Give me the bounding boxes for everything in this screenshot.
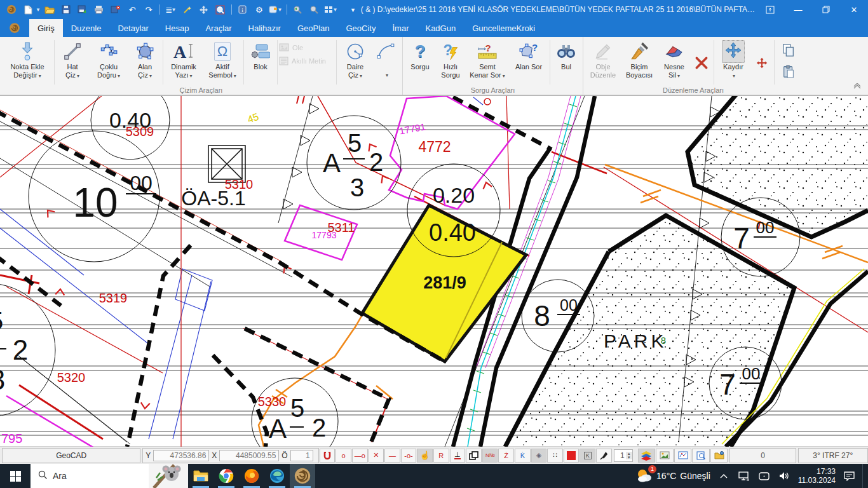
tab-duzenle[interactable]: Duzenle [63,19,110,37]
kaydir-button[interactable]: Kaydır [715,38,751,85]
tab-geocity[interactable]: GeoCity [338,19,384,37]
points-display-toggle[interactable]: ∷ [547,449,563,463]
layers-overlap-toggle[interactable] [466,449,482,463]
color-swatch[interactable] [564,449,580,463]
tab-giris[interactable]: Giriş [29,19,63,37]
pen-style-button[interactable] [596,449,612,463]
save-button[interactable] [58,2,74,17]
tab-araclar[interactable]: Araçlar [197,19,240,37]
start-button[interactable] [0,464,31,488]
save-close-button[interactable] [108,2,123,17]
point-number-display-toggle[interactable]: N№ [482,449,498,463]
wand-button[interactable] [180,2,195,17]
rotate-toggle[interactable]: R [433,449,449,463]
layer-manager-button[interactable] [638,449,656,463]
taskbar-chrome[interactable] [214,464,239,488]
view-grid-button[interactable]: ▼ [323,2,339,17]
map-canvas[interactable]: 0.40 5309 10 00 ÖA-5.1 5310 A 5 2 3 1779… [0,96,868,447]
nesne-sil-button[interactable]: Nesne Sil [658,38,691,85]
open-project-button[interactable] [710,449,728,463]
hand-select-toggle[interactable]: ☝ [417,449,433,463]
arc-draw-button[interactable] [372,38,400,85]
taskbar-edge[interactable] [264,464,290,488]
blok-button[interactable]: Blok [245,38,276,85]
pan-tool-button[interactable] [196,2,212,17]
k-display-toggle[interactable]: K̇ [515,449,531,463]
semt-kenar-sor-button[interactable]: ? Semt Kenar Sor [466,38,509,85]
save-as-button[interactable] [75,2,90,17]
minimize-button[interactable]: — [784,0,812,19]
perpendicular-toggle[interactable]: ⊥ [450,449,466,463]
scale-value[interactable]: 1 [290,450,313,461]
volume-icon[interactable] [778,471,792,480]
alan-sor-button[interactable]: ? Alan Sor [509,38,548,85]
snap-intersection-toggle[interactable]: ✕ [369,449,384,463]
new-file-button[interactable] [20,2,36,17]
raster-image-button[interactable] [656,449,674,463]
nokta-ekle-degistir-button[interactable]: Nokta Ekle Değiştir [2,38,53,85]
snap-point-toggle[interactable]: o [336,449,351,463]
tab-geoplan[interactable]: GeoPlan [289,19,338,37]
zoom-object-button[interactable] [307,2,322,17]
redo-button[interactable]: ↷ [141,2,156,17]
clock-widget[interactable]: 17:33 11.03.2024 [798,467,836,485]
symbol-display-toggle[interactable]: ◈ [531,449,547,463]
restore-button[interactable] [812,0,840,19]
k-box-toggle[interactable]: K [580,449,595,463]
hat-ciz-button[interactable]: Hat Çiz [56,38,89,85]
network-display-icon[interactable] [737,471,751,481]
undo-button[interactable]: ↶ [125,2,140,17]
zoom-previous-button[interactable] [290,2,306,17]
snap-endpoint-toggle[interactable]: —o [352,449,368,463]
tray-expand-chevron[interactable] [717,473,731,478]
settings-gear-button[interactable]: ⚙ [252,2,267,17]
snap-magnet-toggle[interactable] [320,449,336,463]
line-width-stepper[interactable]: 1 ▲▼ [614,449,633,462]
tab-hesap[interactable]: Hesap [157,19,198,37]
tab-guncellemekroki[interactable]: GuncellemeKroki [464,19,543,37]
ribbon-collapse-button[interactable] [853,81,862,92]
new-file-caret[interactable]: ▼ [36,7,41,13]
weather-widget[interactable]: 1 16°C Güneşli [636,468,710,485]
app-menu-shell-icon[interactable] [0,19,29,37]
list-menu-button[interactable]: ≣▼ [163,2,179,17]
notification-center-icon[interactable] [842,471,856,481]
snap-midpoint-toggle[interactable]: -o- [401,449,417,463]
tab-halihazir[interactable]: Halihazır [240,19,289,37]
help-button[interactable]: i [235,2,250,17]
obje-duzenle-button[interactable]: Obje Düzenle [585,38,621,85]
copy-button[interactable] [782,43,796,60]
window-layout-button[interactable]: ▼ [268,2,283,17]
touch-keyboard-icon[interactable] [757,472,771,480]
show-desktop-strip[interactable] [862,464,865,488]
profile-graph-button[interactable] [674,449,692,463]
alan-ciz-button[interactable]: Alan Çiz [128,38,161,85]
search-highlight-koala-image[interactable] [149,464,188,488]
move-points-button[interactable] [751,38,773,85]
daire-ciz-button[interactable]: Daire Çiz [338,38,372,85]
y-coord-value[interactable]: 473536.86 [153,450,209,461]
z-display-toggle[interactable]: Ż [498,449,514,463]
bicim-boyacisi-button[interactable]: Biçim Boyacısı [621,38,658,85]
drawing-canvas[interactable]: 0.40 5309 10 00 ÖA-5.1 5310 A 5 2 3 1779… [0,95,868,446]
taskbar-firefox[interactable] [239,464,264,488]
bul-button[interactable]: Bul [552,38,581,85]
tab-kadgun[interactable]: KadGun [417,19,464,37]
taskbar-search[interactable]: Ara [31,464,188,488]
zoom-window-button[interactable] [213,2,228,17]
delete-x-button[interactable] [691,38,712,85]
preview-zoom-button[interactable] [692,449,710,463]
open-file-button[interactable] [42,2,57,17]
taskbar-geocad[interactable] [290,464,315,488]
coklu-dogru-button[interactable]: Çoklu Doğru [89,38,128,85]
snap-segment-toggle[interactable]: — [384,449,400,463]
ribbon-pin-button[interactable] [756,0,784,19]
tab-detaylar[interactable]: Detaylar [109,19,156,37]
akilli-metin-button[interactable]: Akıllı Metin [279,57,335,65]
taskbar-file-explorer[interactable] [188,464,214,488]
dinamik-yazi-button[interactable]: A Dinamik Yazı [165,38,203,85]
x-coord-value[interactable]: 4485009.55 [219,450,279,461]
tab-imar[interactable]: İmar [384,19,417,37]
aktif-sembol-button[interactable]: Ω Aktif Sembol [203,38,242,85]
ole-button[interactable]: Ole [279,43,335,51]
